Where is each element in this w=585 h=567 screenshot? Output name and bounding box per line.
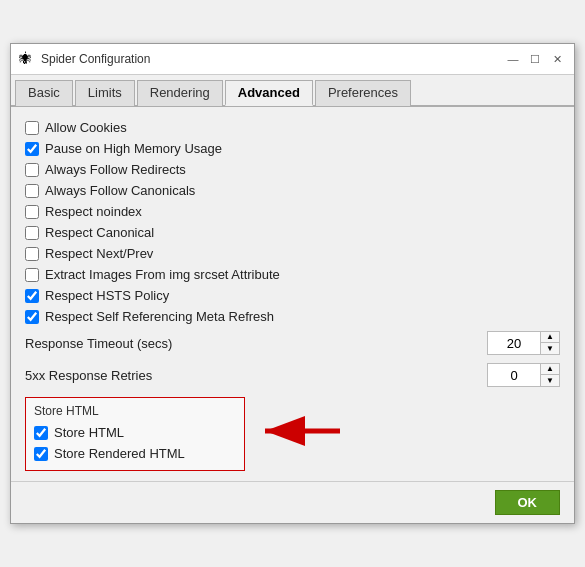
spinner-timeout-buttons: ▲ ▼ (540, 332, 559, 354)
red-arrow-icon (255, 411, 345, 451)
spinner-5xx-retries: ▲ ▼ (487, 363, 560, 387)
checkbox-row-5: Respect Canonical (25, 222, 560, 243)
app-icon: 🕷 (19, 51, 35, 67)
label-respect-canonical: Respect Canonical (45, 225, 154, 240)
checkbox-allow-cookies[interactable] (25, 121, 39, 135)
maximize-button[interactable]: ☐ (526, 50, 544, 68)
minimize-button[interactable]: — (504, 50, 522, 68)
store-html-group: Store HTML Store HTML Store Rendered HTM… (25, 397, 245, 471)
store-html-wrapper: Store HTML Store HTML Store Rendered HTM… (25, 391, 560, 471)
checkbox-row-1: Pause on High Memory Usage (25, 138, 560, 159)
spinner-timeout-down[interactable]: ▼ (541, 343, 559, 354)
checkbox-store-html[interactable] (34, 426, 48, 440)
spinner-retries-up[interactable]: ▲ (541, 364, 559, 375)
spinner-row-0: Response Timeout (secs) ▲ ▼ (25, 327, 560, 359)
checkbox-row-9: Respect Self Referencing Meta Refresh (25, 306, 560, 327)
label-self-referencing: Respect Self Referencing Meta Refresh (45, 309, 274, 324)
checkbox-row-6: Respect Next/Prev (25, 243, 560, 264)
content-area: Allow Cookies Pause on High Memory Usage… (11, 107, 574, 481)
tab-limits[interactable]: Limits (75, 80, 135, 106)
checkbox-row-3: Always Follow Canonicals (25, 180, 560, 201)
checkbox-row-0: Allow Cookies (25, 117, 560, 138)
tab-basic[interactable]: Basic (15, 80, 73, 106)
checkbox-respect-canonical[interactable] (25, 226, 39, 240)
tab-rendering[interactable]: Rendering (137, 80, 223, 106)
tab-preferences[interactable]: Preferences (315, 80, 411, 106)
checkbox-self-referencing[interactable] (25, 310, 39, 324)
bottom-bar: OK (11, 481, 574, 523)
checkbox-always-follow-redirects[interactable] (25, 163, 39, 177)
ok-button[interactable]: OK (495, 490, 561, 515)
spinner-row-1: 5xx Response Retries ▲ ▼ (25, 359, 560, 391)
store-html-checkbox-row-1: Store Rendered HTML (34, 443, 236, 464)
store-html-checkbox-row-0: Store HTML (34, 422, 236, 443)
spinner-retries-buttons: ▲ ▼ (540, 364, 559, 386)
checkbox-store-rendered-html[interactable] (34, 447, 48, 461)
checkbox-row-7: Extract Images From img srcset Attribute (25, 264, 560, 285)
label-allow-cookies: Allow Cookies (45, 120, 127, 135)
checkbox-pause-high-memory[interactable] (25, 142, 39, 156)
checkbox-extract-images[interactable] (25, 268, 39, 282)
title-bar-left: 🕷 Spider Configuration (19, 51, 150, 67)
title-controls: — ☐ ✕ (504, 50, 566, 68)
checkbox-row-2: Always Follow Redirects (25, 159, 560, 180)
checkbox-always-follow-canonicals[interactable] (25, 184, 39, 198)
store-html-legend: Store HTML (34, 404, 236, 418)
label-respect-next-prev: Respect Next/Prev (45, 246, 153, 261)
label-response-timeout: Response Timeout (secs) (25, 336, 172, 351)
label-respect-noindex: Respect noindex (45, 204, 142, 219)
tab-bar: Basic Limits Rendering Advanced Preferen… (11, 75, 574, 107)
title-bar: 🕷 Spider Configuration — ☐ ✕ (11, 44, 574, 75)
spinner-retries-input[interactable] (488, 364, 540, 386)
close-button[interactable]: ✕ (548, 50, 566, 68)
checkbox-respect-noindex[interactable] (25, 205, 39, 219)
tab-advanced[interactable]: Advanced (225, 80, 313, 106)
label-extract-images: Extract Images From img srcset Attribute (45, 267, 280, 282)
checkbox-row-4: Respect noindex (25, 201, 560, 222)
label-store-html: Store HTML (54, 425, 124, 440)
label-always-follow-redirects: Always Follow Redirects (45, 162, 186, 177)
main-window: 🕷 Spider Configuration — ☐ ✕ Basic Limit… (10, 43, 575, 524)
label-store-rendered-html: Store Rendered HTML (54, 446, 185, 461)
checkbox-respect-hsts[interactable] (25, 289, 39, 303)
spinner-timeout-input[interactable] (488, 332, 540, 354)
label-5xx-retries: 5xx Response Retries (25, 368, 152, 383)
label-always-follow-canonicals: Always Follow Canonicals (45, 183, 195, 198)
label-respect-hsts: Respect HSTS Policy (45, 288, 169, 303)
spinner-timeout-up[interactable]: ▲ (541, 332, 559, 343)
spinner-response-timeout: ▲ ▼ (487, 331, 560, 355)
checkbox-respect-next-prev[interactable] (25, 247, 39, 261)
window-title: Spider Configuration (41, 52, 150, 66)
spinner-retries-down[interactable]: ▼ (541, 375, 559, 386)
label-pause-high-memory: Pause on High Memory Usage (45, 141, 222, 156)
checkbox-row-8: Respect HSTS Policy (25, 285, 560, 306)
